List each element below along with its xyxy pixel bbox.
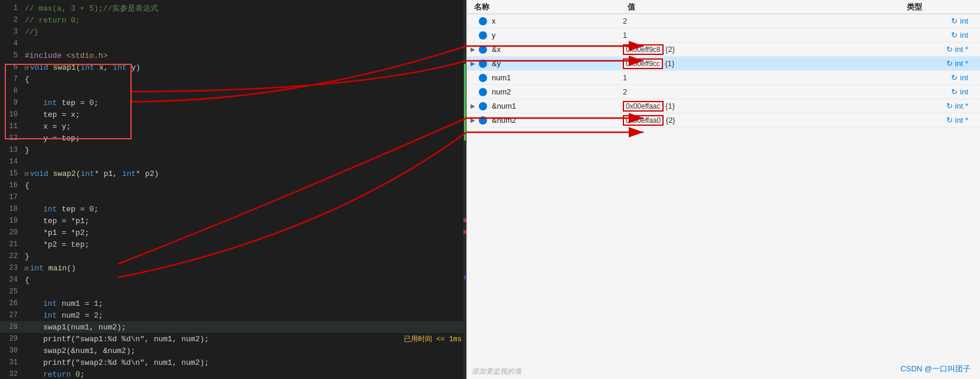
line-number: 16 — [0, 181, 18, 190]
code-content: *p2 = tep; — [25, 240, 462, 249]
refresh-icon[interactable]: ↻ — [946, 102, 953, 110]
code-line-27: 27 int num2 = 2; — [0, 309, 466, 321]
row-type-cell: ↻int * — [907, 116, 978, 125]
line-number: 9 — [0, 99, 18, 107]
line-number: 18 — [0, 205, 18, 213]
code-content: int tep = 0; — [25, 205, 462, 214]
line-number: 6 — [0, 63, 18, 71]
expand-arrow-icon[interactable]: ▶ — [469, 103, 476, 110]
value-extra: {2} — [664, 116, 675, 125]
debug-row-x[interactable]: x2↻int — [467, 14, 980, 28]
code-content: int main() — [30, 264, 462, 273]
line-number: 1 — [0, 4, 18, 12]
row-name-cell: ▶&x — [469, 45, 623, 54]
code-line-29: 29 printf("swap1:%d %d\n", num1, num2);已… — [0, 333, 466, 345]
code-line-24: 24{ — [0, 274, 466, 286]
row-type-cell: ↻int * — [907, 102, 978, 110]
code-content: tep = *p1; — [25, 217, 462, 226]
code-line-8: 8 — [0, 85, 466, 97]
refresh-icon[interactable]: ↻ — [946, 59, 953, 68]
row-value-cell: 1 — [623, 31, 907, 40]
debug-row-y[interactable]: y1↻int — [467, 28, 980, 43]
value-extra: {1} — [663, 59, 675, 68]
line-number: 2 — [0, 16, 18, 24]
row-name-cell: ▶&y — [469, 59, 623, 68]
code-line-30: 30 swap2(&num1, &num2); — [0, 345, 466, 357]
collapse-icon[interactable]: ⊟ — [25, 264, 29, 272]
minimap-bar — [463, 0, 466, 379]
collapse-icon[interactable]: ⊟ — [25, 170, 29, 178]
refresh-icon[interactable]: ↻ — [951, 17, 958, 25]
row-value-cell: 2 — [623, 17, 907, 25]
code-line-11: 11 x = y; — [0, 120, 466, 132]
code-line-22: 22} — [0, 250, 466, 262]
refresh-icon[interactable]: ↻ — [946, 116, 953, 125]
row-name-cell: y — [469, 31, 623, 40]
var-icon — [479, 88, 487, 96]
code-content: { — [25, 75, 462, 84]
code-content: #include <stdio.h> — [25, 51, 462, 60]
expand-arrow-icon[interactable]: ▶ — [469, 46, 476, 53]
debug-row-ampnum1[interactable]: ▶&num10x00effaac {1}↻int * — [467, 99, 980, 113]
code-content: // max(a, 3 + 5);//实参是表达式 — [25, 3, 462, 14]
code-line-7: 7{ — [0, 73, 466, 85]
refresh-icon[interactable]: ↻ — [951, 87, 958, 96]
col-type-header: 类型 — [904, 2, 975, 12]
code-line-13: 13} — [0, 144, 466, 156]
debug-row-num1[interactable]: num11↻int — [467, 71, 980, 85]
refresh-icon[interactable]: ↻ — [951, 73, 958, 82]
line-number: 22 — [0, 252, 18, 260]
var-name-label: num1 — [492, 73, 511, 82]
code-content: int tep = 0; — [25, 99, 462, 107]
row-type-cell: ↻int — [907, 73, 978, 82]
code-content: tep = x; — [25, 110, 462, 119]
line-number: 21 — [0, 240, 18, 249]
code-line-1: 1// max(a, 3 + 5);//实参是表达式 — [0, 2, 466, 14]
code-content: printf("swap2:%d %d\n", num1, num2); — [25, 358, 462, 367]
debug-row-ampy[interactable]: ▶&y0x00eff9cc {1}↻int * — [467, 57, 980, 71]
code-content: *p1 = *p2; — [25, 228, 462, 237]
line-number: 27 — [0, 311, 18, 319]
value-extra: {1} — [664, 102, 675, 110]
debug-row-num2[interactable]: num22↻int — [467, 85, 980, 99]
line-number: 7 — [0, 75, 18, 83]
var-name-label: x — [492, 17, 496, 25]
debug-row-ampx[interactable]: ▶&x0x00eff9c8 {2}↻int * — [467, 43, 980, 57]
line-number: 30 — [0, 347, 18, 355]
var-name-label: &num2 — [492, 116, 516, 125]
expand-arrow-icon[interactable]: ▶ — [469, 60, 476, 67]
line-number: 3 — [0, 28, 18, 36]
line-number: 15 — [0, 169, 18, 178]
row-type-cell: ↻int — [907, 87, 978, 96]
expand-arrow-icon[interactable]: ▶ — [469, 117, 476, 124]
var-icon — [479, 116, 487, 125]
minimap-red1 — [463, 218, 466, 222]
code-line-31: 31 printf("swap2:%d %d\n", num1, num2); — [0, 357, 466, 368]
code-editor[interactable]: 1// max(a, 3 + 5);//实参是表达式2// return 0;3… — [0, 0, 466, 379]
line-number: 5 — [0, 51, 18, 60]
value-red-box: 0x00eff9cc — [623, 58, 663, 69]
refresh-icon[interactable]: ↻ — [946, 45, 953, 54]
row-value-cell: 0x00effaa0 {2} — [623, 115, 907, 126]
line-number: 26 — [0, 299, 18, 308]
collapse-icon[interactable]: ⊟ — [25, 64, 29, 71]
line-number: 24 — [0, 276, 18, 284]
row-value-cell: 0x00eff9c8 {2} — [623, 44, 907, 55]
code-lines: 1// max(a, 3 + 5);//实参是表达式2// return 0;3… — [0, 0, 466, 379]
code-content: swap2(&num1, &num2); — [25, 347, 462, 355]
row-type-cell: ↻int — [907, 17, 978, 25]
code-line-14: 14 — [0, 156, 466, 168]
code-line-26: 26 int num1 = 1; — [0, 298, 466, 309]
value-extra: {2} — [664, 45, 675, 54]
code-line-25: 25 — [0, 286, 466, 298]
debug-row-ampnum2[interactable]: ▶&num20x00effaa0 {2}↻int * — [467, 113, 980, 128]
value-red-box: 0x00effaac — [623, 101, 664, 112]
var-icon — [479, 31, 487, 40]
var-name-label: &x — [492, 45, 501, 54]
var-icon — [479, 60, 487, 68]
refresh-icon[interactable]: ↻ — [951, 31, 958, 40]
line-number: 11 — [0, 122, 18, 130]
line-number: 14 — [0, 158, 18, 166]
code-content: { — [25, 276, 462, 285]
row-name-cell: num1 — [469, 73, 623, 82]
